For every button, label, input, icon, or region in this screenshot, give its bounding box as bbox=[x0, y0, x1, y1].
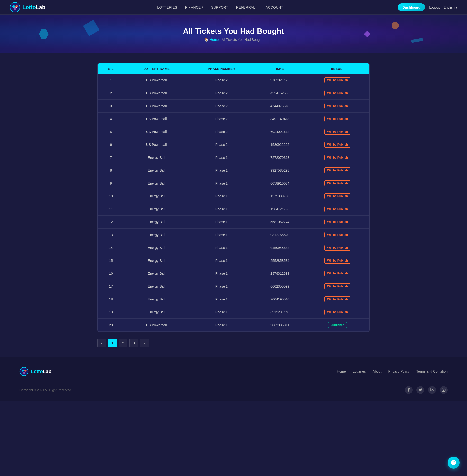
cell-lottery: Energy Ball bbox=[124, 254, 189, 267]
nav-right: Dashboard Logout English ▾ bbox=[398, 3, 457, 11]
result-badge: Will be Publish bbox=[324, 309, 350, 315]
facebook-icon[interactable] bbox=[405, 386, 413, 394]
linkedin-icon[interactable] bbox=[428, 386, 436, 394]
dashboard-button[interactable]: Dashboard bbox=[398, 3, 425, 11]
nav-support[interactable]: SUPPORT bbox=[211, 5, 228, 9]
footer-link-lotteries[interactable]: Lotteries bbox=[353, 370, 366, 373]
nav-referral[interactable]: REFERRAL + bbox=[236, 5, 258, 9]
nav-account[interactable]: ACCOUNT + bbox=[266, 5, 286, 9]
page-2[interactable]: 2 bbox=[119, 339, 128, 347]
page-prev[interactable]: ‹ bbox=[97, 339, 106, 347]
cell-sl: 19 bbox=[98, 306, 124, 319]
cell-lottery: US Powerball bbox=[124, 125, 189, 138]
cell-sl: 14 bbox=[98, 241, 124, 254]
cell-lottery: Energy Ball bbox=[124, 228, 189, 241]
footer-link-about[interactable]: About bbox=[373, 370, 382, 373]
nav-lotteries[interactable]: LOTTERIES bbox=[157, 5, 177, 9]
cell-result: Will be Publish bbox=[306, 254, 369, 267]
cell-lottery: Energy Ball bbox=[124, 306, 189, 319]
result-badge: Will be Publish bbox=[324, 206, 350, 212]
table-row: 13 Energy Ball Phase 1 9312766620 Will b… bbox=[98, 228, 369, 241]
navbar: LottoLab LOTTERIES FINANCE + SUPPORT REF… bbox=[0, 0, 467, 15]
footer-link-home[interactable]: Home bbox=[337, 370, 346, 373]
cell-result: Will be Publish bbox=[306, 216, 369, 228]
cell-sl: 4 bbox=[98, 113, 124, 125]
result-badge: Will be Publish bbox=[324, 245, 350, 251]
footer-logo-icon bbox=[19, 367, 29, 376]
breadcrumb-home[interactable]: Home bbox=[210, 38, 219, 42]
result-badge: Will be Publish bbox=[324, 116, 350, 122]
cell-lottery: Energy Ball bbox=[124, 190, 189, 203]
tickets-table: S.L LOTTERY NAME PHASE NUMBER TICKET RES… bbox=[98, 63, 369, 332]
cell-phase: Phase 2 bbox=[189, 113, 254, 125]
cell-ticket: 4554452686 bbox=[254, 87, 306, 100]
cell-phase: Phase 1 bbox=[189, 164, 254, 177]
table-row: 9 Energy Ball Phase 1 6058910034 Will be… bbox=[98, 177, 369, 190]
table-row: 16 Energy Ball Phase 1 2378312399 Will b… bbox=[98, 267, 369, 280]
nav-links: LOTTERIES FINANCE + SUPPORT REFERRAL + A… bbox=[157, 5, 286, 9]
cell-result: Will be Publish bbox=[306, 190, 369, 203]
page-3[interactable]: 3 bbox=[130, 339, 138, 347]
cell-result: Will be Publish bbox=[306, 203, 369, 216]
svg-point-7 bbox=[23, 372, 25, 374]
page-title: All Tickets You Had Bought bbox=[183, 27, 284, 36]
result-badge: Will be Publish bbox=[324, 296, 350, 302]
logout-button[interactable]: Logout bbox=[429, 5, 440, 9]
table-row: 10 Energy Ball Phase 1 1375389708 Will b… bbox=[98, 190, 369, 203]
page-next[interactable]: › bbox=[140, 339, 149, 347]
col-header-lottery: LOTTERY NAME bbox=[124, 63, 189, 74]
table-row: 18 Energy Ball Phase 1 7004195516 Will b… bbox=[98, 293, 369, 306]
cell-phase: Phase 2 bbox=[189, 125, 254, 138]
cell-phase: Phase 2 bbox=[189, 138, 254, 151]
result-badge: Published bbox=[328, 322, 347, 328]
cell-ticket: 9927585298 bbox=[254, 164, 306, 177]
nav-finance[interactable]: FINANCE + bbox=[185, 5, 203, 9]
svg-point-6 bbox=[24, 370, 26, 372]
cell-sl: 16 bbox=[98, 267, 124, 280]
cell-phase: Phase 1 bbox=[189, 190, 254, 203]
cell-result: Will be Publish bbox=[306, 241, 369, 254]
tickets-table-container: S.L LOTTERY NAME PHASE NUMBER TICKET RES… bbox=[97, 63, 370, 332]
cell-lottery: Energy Ball bbox=[124, 241, 189, 254]
page-1[interactable]: 1 bbox=[108, 339, 117, 347]
cell-result: Published bbox=[306, 319, 369, 332]
account-chevron: + bbox=[284, 6, 286, 9]
cell-phase: Phase 1 bbox=[189, 319, 254, 332]
footer-link-privacy[interactable]: Privacy Policy bbox=[388, 370, 409, 373]
breadcrumb: 🏠 Home - All Tickets You Had Bought bbox=[205, 38, 262, 42]
cell-ticket: 6450948342 bbox=[254, 241, 306, 254]
cell-sl: 10 bbox=[98, 190, 124, 203]
cell-ticket: 7004195516 bbox=[254, 293, 306, 306]
hero-shape-3 bbox=[392, 22, 399, 29]
nav-logo[interactable]: LottoLab bbox=[10, 2, 45, 13]
footer: LottoLab Home Lotteries About Privacy Po… bbox=[0, 357, 467, 401]
table-row: 17 Energy Ball Phase 1 6602355599 Will b… bbox=[98, 280, 369, 293]
cell-result: Will be Publish bbox=[306, 100, 369, 113]
instagram-icon[interactable] bbox=[440, 386, 448, 394]
twitter-icon[interactable] bbox=[416, 386, 424, 394]
cell-ticket: 2552858534 bbox=[254, 254, 306, 267]
col-header-result: RESULT bbox=[306, 63, 369, 74]
finance-chevron: + bbox=[202, 6, 203, 9]
table-row: 5 US Powerball Phase 2 6924091618 Will b… bbox=[98, 125, 369, 138]
cell-sl: 12 bbox=[98, 216, 124, 228]
result-badge: Will be Publish bbox=[324, 219, 350, 225]
cell-phase: Phase 1 bbox=[189, 228, 254, 241]
cell-ticket: 7272070363 bbox=[254, 151, 306, 164]
result-badge: Will be Publish bbox=[324, 77, 350, 83]
language-selector[interactable]: English ▾ bbox=[443, 5, 457, 9]
cell-lottery: Energy Ball bbox=[124, 177, 189, 190]
result-badge: Will be Publish bbox=[324, 283, 350, 289]
cell-result: Will be Publish bbox=[306, 164, 369, 177]
result-badge: Will be Publish bbox=[324, 103, 350, 109]
language-chevron: ▾ bbox=[455, 5, 457, 9]
cell-lottery: Energy Ball bbox=[124, 216, 189, 228]
cell-lottery: Energy Ball bbox=[124, 151, 189, 164]
breadcrumb-separator: - bbox=[220, 38, 221, 42]
cell-sl: 18 bbox=[98, 293, 124, 306]
footer-link-terms[interactable]: Terms and Condition bbox=[416, 370, 448, 373]
svg-point-4 bbox=[20, 367, 28, 376]
col-header-ticket: TICKET bbox=[254, 63, 306, 74]
table-row: 8 Energy Ball Phase 1 9927585298 Will be… bbox=[98, 164, 369, 177]
cell-ticket: 1375389708 bbox=[254, 190, 306, 203]
